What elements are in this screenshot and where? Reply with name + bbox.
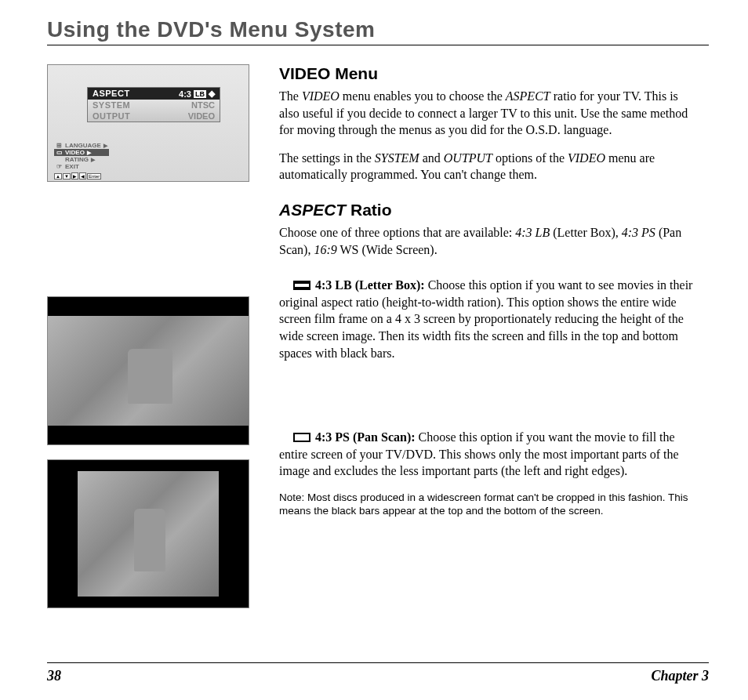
video-menu-p1: The VIDEO menu enables you to choose the… (279, 88, 701, 139)
aspect-ratio-intro: Choose one of three options that are ava… (279, 224, 701, 258)
video-menu-p2: The settings in the SYSTEM and OUTPUT op… (279, 150, 701, 183)
panscan-example-image (47, 459, 249, 608)
osd-side-video: ▭ VIDEO ▶ (54, 149, 109, 156)
option-letterbox: 4:3 LB (Letter Box): Choose this option … (279, 277, 701, 361)
chapter-label: Chapter 3 (651, 668, 709, 684)
option-panscan: 4:3 PS (Pan Scan): Choose this option if… (279, 429, 701, 480)
content-columns: ASPECT 4:3 LB ◆ SYSTEM NTSC OUTPUT VIDEO (47, 64, 709, 608)
osd-row-aspect: ASPECT 4:3 LB ◆ (88, 88, 220, 100)
osd-row-output: OUTPUT VIDEO (88, 111, 220, 122)
exit-icon: ☞ (56, 163, 63, 170)
osd-row-label: ASPECT (93, 89, 130, 99)
page-footer: 38 Chapter 3 (47, 662, 709, 684)
page-number: 38 (47, 668, 61, 684)
osd-side-exit: ☞ EXIT (54, 163, 109, 170)
osd-side-language: ⊞ LANGUAGE ▶ (54, 142, 109, 149)
left-column: ASPECT 4:3 LB ◆ SYSTEM NTSC OUTPUT VIDEO (47, 64, 251, 608)
osd-side-rating: RATING ▶ (54, 156, 109, 163)
letterbox-icon (293, 281, 310, 290)
osd-sidebar: ⊞ LANGUAGE ▶ ▭ VIDEO ▶ RATING ▶ ☞ EXIT (54, 142, 109, 170)
panscan-icon (293, 433, 310, 442)
osd-popup: ASPECT 4:3 LB ◆ SYSTEM NTSC OUTPUT VIDEO (87, 87, 220, 122)
panscan-note: Note: Most discs produced in a widescree… (279, 491, 701, 518)
aspect-ratio-heading: ASPECT Ratio (279, 201, 701, 219)
video-menu-heading: VIDEO Menu (279, 64, 701, 83)
page-title: Using the DVD's Menu System (47, 17, 709, 45)
chevron-right-icon: ▶ (87, 150, 91, 156)
updown-icon: ◆ (209, 89, 215, 99)
video-icon: ▭ (56, 149, 63, 156)
language-icon: ⊞ (56, 142, 63, 149)
letterbox-example-image (47, 296, 249, 445)
right-column: VIDEO Menu The VIDEO menu enables you to… (279, 64, 709, 608)
chevron-right-icon: ▶ (91, 157, 95, 163)
osd-row-system: SYSTEM NTSC (88, 100, 220, 111)
osd-footer-keys: ▲ ▼ ▶ ◀ Enter (54, 172, 101, 180)
osd-screenshot: ASPECT 4:3 LB ◆ SYSTEM NTSC OUTPUT VIDEO (47, 64, 249, 182)
osd-row-value: 4:3 LB ◆ (179, 89, 215, 99)
chevron-right-icon: ▶ (103, 143, 107, 149)
